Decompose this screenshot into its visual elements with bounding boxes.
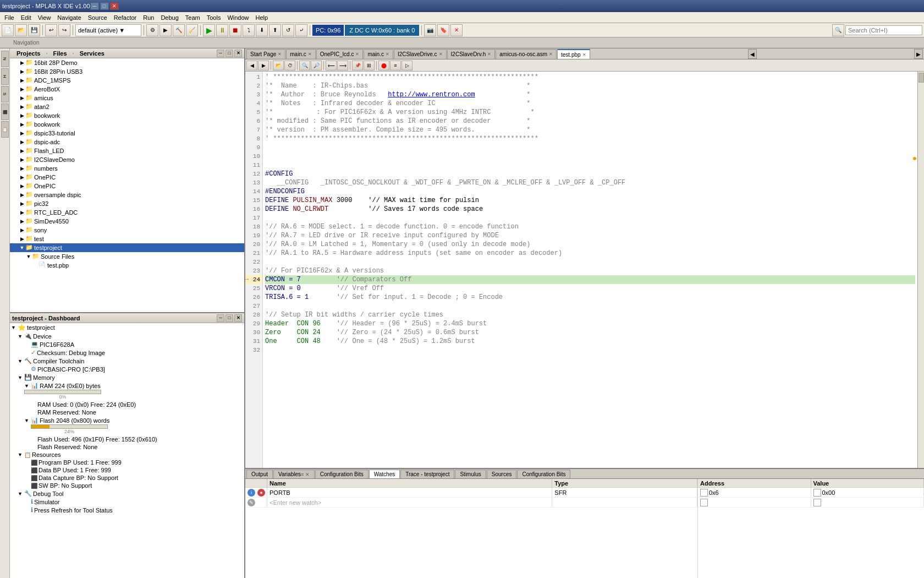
project-item-i2cslavedemo[interactable]: ▶ 📁 I2CSlaveDemo (10, 155, 244, 164)
tab-close-icon[interactable]: ✕ (308, 52, 312, 57)
bookmark-btn[interactable]: 🔖 (437, 24, 449, 36)
etb-back-btn[interactable]: ◀ (246, 61, 257, 70)
tab-projects[interactable]: Projects (12, 48, 45, 58)
menu-item-view[interactable]: View (35, 13, 54, 22)
dash-item-data-bp-used--1-free--999[interactable]: ⬛ Data BP Used: 1 Free: 999 (10, 466, 244, 474)
tab-close-icon[interactable]: ✕ (582, 52, 586, 57)
project-item-amicus[interactable]: ▶ 📁 amicus (10, 94, 244, 102)
nav-icon-5[interactable]: 📋 (1, 121, 9, 138)
dash-item-sw-bp--no-support[interactable]: ⬛ SW BP: No Support (10, 482, 244, 489)
etb-open-btn[interactable]: 📂 (273, 61, 284, 70)
editor-tab-start-page[interactable]: Start Page✕ (246, 49, 285, 59)
breakpoint-btn[interactable]: ✕ (450, 24, 463, 36)
bottom-tab-sources[interactable]: Sources (487, 470, 517, 478)
project-item-adc-1msps[interactable]: ▶ 📁 ADC_1MSPS (10, 76, 244, 85)
minimize-button[interactable]: ─ (90, 2, 99, 10)
editor-tab-i2cslavedrv-h[interactable]: I2CSlaveDrv.h✕ (447, 49, 496, 59)
panel-close-btn[interactable]: ✕ (234, 50, 242, 57)
nav-icon-4[interactable]: ⬛ (1, 103, 9, 120)
dash-item-program-bp-used--1-free--999[interactable]: ⬛ Program BP Used: 1 Free: 999 (10, 459, 244, 466)
tab-close-icon[interactable]: ✕ (278, 52, 282, 57)
config-dropdown[interactable]: default (active) ▼ (75, 24, 141, 36)
project-item-atan2[interactable]: ▶ 📁 atan2 (10, 102, 244, 111)
tab-nav-right[interactable]: ▶ (914, 49, 923, 59)
bottom-tab-configuration-bits[interactable]: Configuration Bits (517, 470, 570, 478)
tab-files[interactable]: Files (48, 48, 71, 58)
dash-item-testproject[interactable]: ▼ ⭐ testproject (10, 323, 244, 332)
dash-item-flash-used--496--0x1f0--free--[interactable]: Flash Used: 496 (0x1F0) Free: 1552 (0x61… (10, 435, 244, 443)
editor-tab-main-c[interactable]: main.c✕ (286, 49, 315, 59)
redo-button[interactable]: ↪ (58, 24, 70, 36)
menu-item-refactor[interactable]: Refactor (111, 13, 140, 22)
project-item-bookwork[interactable]: ▶ 📁 bookwork (10, 120, 244, 129)
test-pbp-item[interactable]: 📄 test.pbp (10, 261, 244, 270)
watch-new-name[interactable]: <Enter new watch> (267, 498, 552, 507)
bottom-tab-watches[interactable]: Watches (369, 470, 400, 478)
bottom-tab-variables[interactable]: Variables ≡ ✕ (273, 470, 315, 478)
menu-item-file[interactable]: File (1, 13, 18, 22)
menu-item-window[interactable]: Window (224, 13, 252, 22)
etb-nav-fwd-btn[interactable]: ⟶ (337, 61, 348, 70)
dash-item-memory[interactable]: ▼ 💾 Memory (10, 373, 244, 381)
dash-item-compiler-toolchain[interactable]: ▼ 🔨 Compiler Toolchain (10, 357, 244, 365)
etb-find-btn[interactable]: 🔎 (311, 61, 322, 70)
project-item-simdev4550[interactable]: ▶ 📁 SimDev4550 (10, 217, 244, 226)
bottom-tab-output[interactable]: Output (246, 470, 273, 478)
scroll-thumb[interactable] (919, 73, 924, 83)
dash-item-simulator[interactable]: ℹ Simulator (10, 498, 244, 506)
menu-item-edit[interactable]: Edit (18, 13, 35, 22)
watch-new-row[interactable]: ✎ <Enter new watch> (245, 498, 697, 508)
etb-nav-back-btn[interactable]: ⟵ (326, 61, 337, 70)
etb-search-btn[interactable]: 🔍 (299, 61, 310, 70)
dash-item-ram-224--0xe0--bytes[interactable]: ▼ 📊 RAM 224 (0xE0) bytes (10, 381, 244, 390)
pause-btn[interactable]: ⏸ (216, 24, 228, 36)
project-item-onepic[interactable]: ▶ 📁 OnePIC (10, 182, 244, 190)
dash-item-data-capture-bp--no-support[interactable]: ⬛ Data Capture BP: No Support (10, 474, 244, 482)
nav-icon-1[interactable]: N (1, 51, 9, 67)
menu-item-navigate[interactable]: Navigate (54, 13, 84, 22)
bottom-tab-stimulus[interactable]: Stimulus (455, 470, 486, 478)
dash-item-checksum--debug-image[interactable]: ✓ Checksum: Debug Image (10, 348, 244, 357)
dash-item-flash-reserved--none[interactable]: Flash Reserved: None (10, 443, 244, 451)
project-item-bookwork[interactable]: ▶ 📁 bookwork (10, 111, 244, 120)
dash-maximize-btn[interactable]: □ (226, 314, 233, 322)
code-content[interactable]: ' **************************************… (263, 72, 917, 468)
project-item-testproject[interactable]: ▼ 📁 testproject (10, 243, 244, 252)
tab-nav-left[interactable]: ◀ (748, 49, 757, 59)
etb-hist-btn[interactable]: ⏱ (284, 61, 295, 70)
url-link[interactable]: http://www.rentron.com (388, 91, 475, 99)
editor-tab-onepic-lcd-c[interactable]: OnePIC_lcd.c✕ (316, 49, 364, 59)
editor-tab-main-c[interactable]: main.c✕ (364, 49, 393, 59)
dash-item-press-refresh-for-tool-status[interactable]: ℹ Press Refresh for Tool Status (10, 506, 244, 514)
etb-bookmark-btn[interactable]: 📌 (352, 61, 363, 70)
project-item-dspic-adc[interactable]: ▶ 📁 dspic-adc (10, 138, 244, 146)
menu-item-debug[interactable]: Debug (157, 13, 182, 22)
project-item-test[interactable]: ▶ 📁 test (10, 235, 244, 243)
project-item-sony[interactable]: ▶ 📁 sony (10, 226, 244, 235)
dash-item-ram-reserved--none[interactable]: RAM Reserved: None (10, 408, 244, 416)
menu-item-run[interactable]: Run (140, 13, 157, 22)
project-item-aerobotx[interactable]: ▶ 📁 AeroBotX (10, 85, 244, 94)
project-item-oversample-dspic[interactable]: ▶ 📁 oversample dspic (10, 190, 244, 199)
menu-item-team[interactable]: Team (182, 13, 204, 22)
dash-item-picbasic-pro--c--pb3-[interactable]: ⚙ PICBASIC-PRO [C:\PB3] (10, 365, 244, 373)
editor-scrollbar[interactable] (917, 72, 924, 468)
tab-close-icon[interactable]: ✕ (386, 52, 389, 57)
menu-item-tools[interactable]: Tools (204, 13, 224, 22)
value-new-checkbox[interactable] (813, 499, 821, 506)
reset-btn[interactable]: ↺ (282, 24, 294, 36)
editor-tab-test-pbp[interactable]: test.pbp✕ (557, 49, 590, 59)
editor-tab-i2cslavedrive-c[interactable]: I2CSlaveDrive.c✕ (394, 49, 447, 59)
dash-item-resources[interactable]: ▼ 📋 Resources (10, 451, 244, 459)
panel-maximize-btn[interactable]: □ (226, 50, 233, 57)
value-checkbox[interactable] (813, 489, 821, 497)
project-item-pic32[interactable]: ▶ 📁 pic32 (10, 199, 244, 208)
run-to-btn[interactable]: ⤶ (295, 24, 307, 36)
code-editor[interactable]: 1234567891011121314151617181920212223→24… (245, 72, 924, 468)
panel-minimize-btn[interactable]: ─ (217, 50, 224, 57)
run-btn[interactable]: ▶ (203, 24, 215, 36)
save-button[interactable]: 💾 (28, 24, 40, 36)
addr-checkbox[interactable] (700, 489, 708, 497)
tab-close-icon[interactable]: ✕ (439, 52, 443, 57)
project-item-16bit-28p-demo[interactable]: ▶ 📁 16bit 28P Demo (10, 58, 244, 67)
